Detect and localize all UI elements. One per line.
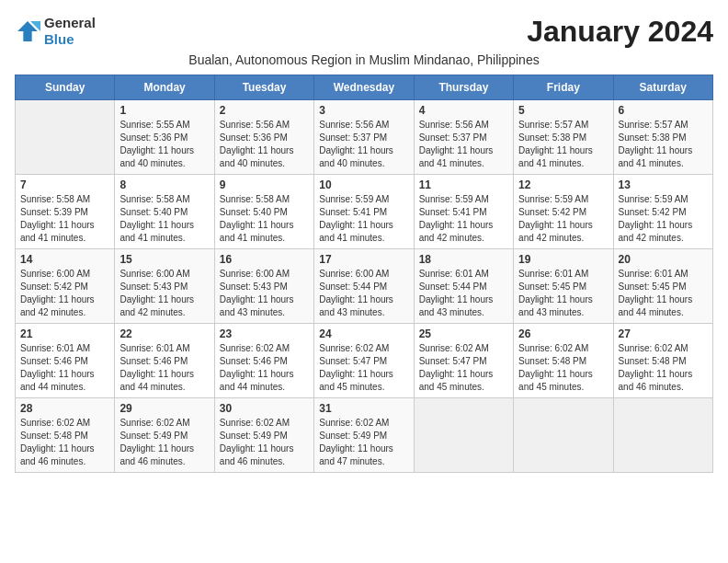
day-detail: Sunrise: 5:58 AMSunset: 5:40 PMDaylight:… bbox=[220, 193, 309, 245]
day-number: 9 bbox=[220, 178, 309, 191]
calendar-cell: 4Sunrise: 5:56 AMSunset: 5:37 PMDaylight… bbox=[414, 100, 513, 175]
calendar-cell: 25Sunrise: 6:02 AMSunset: 5:47 PMDayligh… bbox=[414, 324, 513, 398]
day-number: 8 bbox=[119, 178, 209, 191]
day-number: 17 bbox=[319, 253, 408, 266]
day-detail: Sunrise: 5:59 AMSunset: 5:42 PMDaylight:… bbox=[619, 193, 708, 245]
week-row-4: 21Sunrise: 6:01 AMSunset: 5:46 PMDayligh… bbox=[16, 324, 713, 398]
calendar-cell: 30Sunrise: 6:02 AMSunset: 5:49 PMDayligh… bbox=[214, 398, 313, 473]
calendar-cell: 31Sunrise: 6:02 AMSunset: 5:49 PMDayligh… bbox=[314, 398, 414, 473]
day-detail: Sunrise: 5:56 AMSunset: 5:36 PMDaylight:… bbox=[220, 119, 309, 170]
day-header-thursday: Thursday bbox=[414, 75, 513, 100]
day-number: 25 bbox=[419, 327, 508, 340]
day-number: 21 bbox=[20, 327, 109, 340]
day-number: 12 bbox=[518, 178, 608, 191]
day-number: 26 bbox=[518, 327, 608, 340]
calendar-cell bbox=[613, 398, 712, 473]
day-header-monday: Monday bbox=[115, 75, 214, 100]
calendar-cell: 23Sunrise: 6:02 AMSunset: 5:46 PMDayligh… bbox=[214, 324, 313, 398]
calendar-cell: 8Sunrise: 5:58 AMSunset: 5:40 PMDaylight… bbox=[115, 175, 214, 249]
day-detail: Sunrise: 6:02 AMSunset: 5:49 PMDaylight:… bbox=[119, 417, 209, 468]
day-number: 14 bbox=[20, 253, 109, 266]
day-detail: Sunrise: 5:57 AMSunset: 5:38 PMDaylight:… bbox=[518, 119, 608, 170]
day-header-sunday: Sunday bbox=[16, 75, 115, 100]
day-detail: Sunrise: 6:01 AMSunset: 5:46 PMDaylight:… bbox=[20, 342, 109, 394]
day-detail: Sunrise: 6:02 AMSunset: 5:48 PMDaylight:… bbox=[518, 342, 608, 394]
week-row-3: 14Sunrise: 6:00 AMSunset: 5:42 PMDayligh… bbox=[16, 249, 713, 324]
logo: General Blue bbox=[15, 15, 96, 48]
week-row-2: 7Sunrise: 5:58 AMSunset: 5:39 PMDaylight… bbox=[16, 175, 713, 249]
calendar-cell: 24Sunrise: 6:02 AMSunset: 5:47 PMDayligh… bbox=[314, 324, 414, 398]
day-detail: Sunrise: 5:58 AMSunset: 5:40 PMDaylight:… bbox=[119, 193, 209, 245]
calendar-cell: 20Sunrise: 6:01 AMSunset: 5:45 PMDayligh… bbox=[613, 249, 712, 324]
calendar-table: SundayMondayTuesdayWednesdayThursdayFrid… bbox=[15, 75, 713, 473]
day-number: 27 bbox=[619, 327, 708, 340]
day-number: 24 bbox=[319, 327, 408, 340]
calendar-cell: 18Sunrise: 6:01 AMSunset: 5:44 PMDayligh… bbox=[414, 249, 513, 324]
day-detail: Sunrise: 5:58 AMSunset: 5:39 PMDaylight:… bbox=[20, 193, 109, 245]
day-detail: Sunrise: 6:01 AMSunset: 5:46 PMDaylight:… bbox=[119, 342, 209, 394]
day-number: 30 bbox=[220, 402, 309, 415]
day-detail: Sunrise: 6:02 AMSunset: 5:49 PMDaylight:… bbox=[220, 417, 309, 468]
calendar-cell: 14Sunrise: 6:00 AMSunset: 5:42 PMDayligh… bbox=[16, 249, 115, 324]
day-header-tuesday: Tuesday bbox=[214, 75, 313, 100]
calendar-cell: 19Sunrise: 6:01 AMSunset: 5:45 PMDayligh… bbox=[514, 249, 613, 324]
calendar-cell: 17Sunrise: 6:00 AMSunset: 5:44 PMDayligh… bbox=[314, 249, 414, 324]
day-number: 7 bbox=[20, 178, 109, 191]
day-detail: Sunrise: 5:59 AMSunset: 5:41 PMDaylight:… bbox=[319, 193, 408, 245]
day-number: 13 bbox=[619, 178, 708, 191]
day-number: 3 bbox=[319, 104, 408, 117]
calendar-cell: 5Sunrise: 5:57 AMSunset: 5:38 PMDaylight… bbox=[514, 100, 613, 175]
calendar-cell: 21Sunrise: 6:01 AMSunset: 5:46 PMDayligh… bbox=[16, 324, 115, 398]
logo-general: General bbox=[44, 15, 96, 30]
subtitle: Bualan, Autonomous Region in Muslim Mind… bbox=[15, 52, 713, 67]
day-detail: Sunrise: 6:02 AMSunset: 5:48 PMDaylight:… bbox=[20, 417, 109, 468]
day-number: 11 bbox=[419, 178, 508, 191]
day-number: 18 bbox=[419, 253, 508, 266]
day-number: 16 bbox=[220, 253, 309, 266]
day-detail: Sunrise: 6:02 AMSunset: 5:49 PMDaylight:… bbox=[319, 417, 408, 468]
day-number: 5 bbox=[518, 104, 608, 117]
day-detail: Sunrise: 5:55 AMSunset: 5:36 PMDaylight:… bbox=[119, 119, 209, 170]
day-detail: Sunrise: 6:02 AMSunset: 5:47 PMDaylight:… bbox=[319, 342, 408, 394]
day-number: 31 bbox=[319, 402, 408, 415]
day-detail: Sunrise: 5:57 AMSunset: 5:38 PMDaylight:… bbox=[619, 119, 708, 170]
page-header: General Blue January 2024 bbox=[15, 15, 713, 49]
day-detail: Sunrise: 6:02 AMSunset: 5:48 PMDaylight:… bbox=[619, 342, 708, 394]
calendar-cell: 29Sunrise: 6:02 AMSunset: 5:49 PMDayligh… bbox=[115, 398, 214, 473]
calendar-cell bbox=[16, 100, 115, 175]
logo-blue: Blue bbox=[44, 31, 74, 47]
calendar-cell: 9Sunrise: 5:58 AMSunset: 5:40 PMDaylight… bbox=[214, 175, 313, 249]
calendar-cell: 27Sunrise: 6:02 AMSunset: 5:48 PMDayligh… bbox=[613, 324, 712, 398]
month-title: January 2024 bbox=[527, 15, 713, 49]
day-number: 22 bbox=[119, 327, 209, 340]
day-header-wednesday: Wednesday bbox=[314, 75, 414, 100]
calendar-cell: 28Sunrise: 6:02 AMSunset: 5:48 PMDayligh… bbox=[16, 398, 115, 473]
day-detail: Sunrise: 6:01 AMSunset: 5:44 PMDaylight:… bbox=[419, 268, 508, 319]
day-detail: Sunrise: 6:02 AMSunset: 5:47 PMDaylight:… bbox=[419, 342, 508, 394]
day-number: 28 bbox=[20, 402, 109, 415]
day-detail: Sunrise: 6:02 AMSunset: 5:46 PMDaylight:… bbox=[220, 342, 309, 394]
logo-icon bbox=[15, 18, 40, 44]
calendar-cell: 11Sunrise: 5:59 AMSunset: 5:41 PMDayligh… bbox=[414, 175, 513, 249]
calendar-cell: 2Sunrise: 5:56 AMSunset: 5:36 PMDaylight… bbox=[214, 100, 313, 175]
day-number: 4 bbox=[419, 104, 508, 117]
day-number: 20 bbox=[619, 253, 708, 266]
day-detail: Sunrise: 5:59 AMSunset: 5:41 PMDaylight:… bbox=[419, 193, 508, 245]
day-header-saturday: Saturday bbox=[613, 75, 712, 100]
calendar-cell: 10Sunrise: 5:59 AMSunset: 5:41 PMDayligh… bbox=[314, 175, 414, 249]
calendar-cell bbox=[514, 398, 613, 473]
day-detail: Sunrise: 6:00 AMSunset: 5:44 PMDaylight:… bbox=[319, 268, 408, 319]
calendar-cell: 7Sunrise: 5:58 AMSunset: 5:39 PMDaylight… bbox=[16, 175, 115, 249]
day-detail: Sunrise: 6:01 AMSunset: 5:45 PMDaylight:… bbox=[518, 268, 608, 319]
calendar-cell: 22Sunrise: 6:01 AMSunset: 5:46 PMDayligh… bbox=[115, 324, 214, 398]
day-number: 29 bbox=[119, 402, 209, 415]
day-detail: Sunrise: 6:00 AMSunset: 5:43 PMDaylight:… bbox=[119, 268, 209, 319]
calendar-cell: 16Sunrise: 6:00 AMSunset: 5:43 PMDayligh… bbox=[214, 249, 313, 324]
calendar-cell bbox=[414, 398, 513, 473]
calendar-cell: 15Sunrise: 6:00 AMSunset: 5:43 PMDayligh… bbox=[115, 249, 214, 324]
week-row-1: 1Sunrise: 5:55 AMSunset: 5:36 PMDaylight… bbox=[16, 100, 713, 175]
day-number: 1 bbox=[119, 104, 209, 117]
day-number: 2 bbox=[220, 104, 309, 117]
day-number: 15 bbox=[119, 253, 209, 266]
calendar-header-row: SundayMondayTuesdayWednesdayThursdayFrid… bbox=[16, 75, 713, 100]
